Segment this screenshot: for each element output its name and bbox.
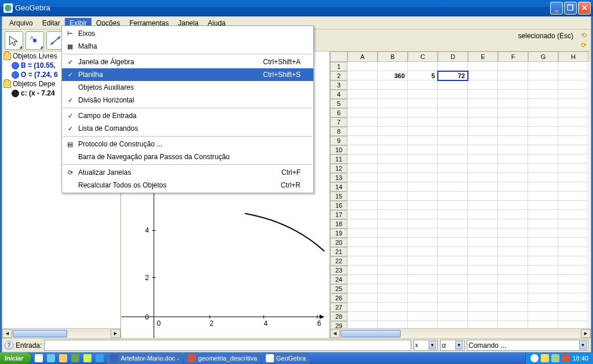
cell[interactable] [347,99,378,108]
cell[interactable] [347,201,378,210]
system-tray[interactable]: 18:40 [525,352,593,364]
cell[interactable] [528,266,558,275]
cell[interactable] [468,266,498,275]
cell[interactable] [438,238,468,247]
cell[interactable] [438,99,468,108]
cell[interactable] [468,321,498,328]
cell[interactable] [408,219,438,229]
cell[interactable] [528,210,558,219]
cell[interactable] [378,293,408,303]
cell[interactable] [468,182,498,192]
cell[interactable] [347,155,378,164]
cell[interactable] [498,145,528,155]
taskbar-item[interactable]: GeoGebra [262,353,309,363]
cell[interactable] [528,192,558,201]
cell[interactable] [528,117,558,127]
cell[interactable] [558,247,588,256]
row-header[interactable]: 26 [330,293,347,303]
cell[interactable] [347,210,378,219]
cell[interactable] [558,136,588,145]
menu-item[interactable]: ✓Janela de ÁlgebraCtrl+Shift+A [62,56,313,68]
cell[interactable]: 360 [378,71,408,80]
row-header[interactable]: 6 [330,108,347,117]
cell[interactable] [438,321,468,328]
cell[interactable] [528,62,558,71]
menu-item[interactable]: ▦Malha [62,40,313,53]
cell[interactable] [378,284,408,293]
row-header[interactable]: 28 [330,312,347,321]
menu-item[interactable]: ✓Lista de Comandos [62,122,313,135]
row-header[interactable]: 22 [330,256,347,266]
cell[interactable] [378,62,408,71]
cell[interactable] [528,155,558,164]
cell[interactable] [528,164,558,173]
row-header[interactable]: 20 [330,238,347,247]
cell[interactable] [498,182,528,192]
cell[interactable] [438,293,468,303]
cell[interactable] [378,275,408,284]
cell[interactable] [558,99,588,108]
cell[interactable] [347,256,378,266]
col-header[interactable]: H [558,52,588,62]
col-header[interactable]: A [347,52,378,62]
cell[interactable] [438,210,468,219]
cell[interactable] [558,266,588,275]
cell[interactable] [468,108,498,117]
cell[interactable] [468,210,498,219]
row-header[interactable]: 5 [330,99,347,108]
cell[interactable] [438,284,468,293]
cell[interactable] [438,201,468,210]
row-header[interactable]: 2 [330,71,347,80]
cell[interactable] [558,229,588,238]
command-input[interactable] [44,340,411,351]
cell[interactable] [378,256,408,266]
cell[interactable] [408,247,438,256]
row-header[interactable]: 4 [330,90,347,99]
cell[interactable] [438,312,468,321]
scroll-right-button[interactable]: ► [581,329,591,338]
cell[interactable] [558,238,588,247]
cell[interactable] [378,173,408,182]
symbol-combo[interactable]: α▼ [440,340,464,351]
cell[interactable] [438,192,468,201]
cell[interactable] [347,238,378,247]
cell[interactable] [378,99,408,108]
cell[interactable] [528,90,558,99]
cell[interactable] [498,117,528,127]
cell[interactable] [408,182,438,192]
close-button[interactable]: ✕ [578,2,591,14]
cell[interactable] [438,266,468,275]
cell[interactable] [498,247,528,256]
cell[interactable] [468,303,498,312]
row-header[interactable]: 13 [330,173,347,182]
cell[interactable] [347,321,378,328]
cell[interactable] [498,284,528,293]
scroll-left-button[interactable]: ◄ [330,329,340,338]
cell[interactable] [438,145,468,155]
cell[interactable] [438,108,468,117]
row-header[interactable]: 21 [330,247,347,256]
cell[interactable] [347,229,378,238]
cell[interactable] [468,238,498,247]
cell[interactable] [378,201,408,210]
cell[interactable] [408,108,438,117]
cell[interactable] [558,71,588,80]
cell[interactable] [528,71,558,80]
cell[interactable] [498,275,528,284]
row-header[interactable]: 12 [330,164,347,173]
quicklaunch-item[interactable] [94,353,105,363]
cell[interactable] [408,117,438,127]
cell[interactable] [468,164,498,173]
cell[interactable] [347,90,378,99]
cell[interactable] [468,99,498,108]
cell[interactable] [408,62,438,71]
cell[interactable] [498,155,528,164]
help-icon[interactable]: ? [5,341,13,350]
exponent-combo[interactable]: x▼ [413,340,438,351]
cell[interactable] [528,303,558,312]
cell[interactable] [378,238,408,247]
cell[interactable] [408,99,438,108]
cell[interactable] [558,293,588,303]
menu-item[interactable]: ✓Campo de Entrada [62,109,313,122]
col-header[interactable]: B [378,52,408,62]
